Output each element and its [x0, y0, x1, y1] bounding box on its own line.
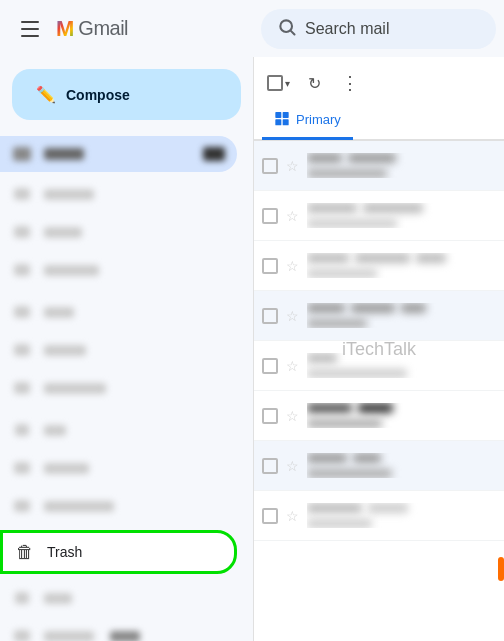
main-content: ✏️ Compose	[0, 57, 504, 641]
inbox-icon	[12, 144, 32, 164]
icon-8	[12, 420, 32, 440]
email-row[interactable]: ☆	[254, 141, 504, 191]
email-body	[307, 453, 496, 478]
svg-rect-4	[275, 119, 281, 125]
svg-rect-2	[275, 112, 281, 118]
right-panel: ▾ ↻ ⋮ Primary ☆	[253, 57, 504, 641]
checkbox-icon	[267, 75, 283, 91]
email-row[interactable]: ☆	[254, 341, 504, 391]
sidebar-item-12[interactable]	[0, 580, 237, 616]
sidebar-item-2[interactable]	[0, 176, 237, 212]
refresh-button[interactable]: ↻	[298, 67, 330, 99]
icon-13	[12, 626, 32, 641]
compose-label: Compose	[66, 87, 130, 103]
star-icon[interactable]: ☆	[286, 458, 299, 474]
sidebar-item-5[interactable]	[0, 294, 237, 330]
star-icon[interactable]: ☆	[286, 258, 299, 274]
icon-2	[12, 184, 32, 204]
star-icon[interactable]: ☆	[286, 408, 299, 424]
icon-7	[12, 378, 32, 398]
email-row[interactable]: ☆	[254, 391, 504, 441]
chevron-down-icon: ▾	[285, 78, 290, 89]
search-input[interactable]: Search mail	[305, 20, 480, 38]
icon-9	[12, 458, 32, 478]
star-icon[interactable]: ☆	[286, 358, 299, 374]
email-checkbox[interactable]	[262, 508, 278, 524]
sidebar-item-13[interactable]	[0, 618, 237, 641]
icon-12	[12, 588, 32, 608]
sidebar-item-10[interactable]	[0, 488, 237, 524]
email-row[interactable]: ☆	[254, 291, 504, 341]
email-list: ☆ ☆	[254, 141, 504, 641]
email-checkbox[interactable]	[262, 208, 278, 224]
email-body	[307, 503, 496, 528]
top-bar-left: M Gmail	[8, 11, 261, 47]
tab-primary[interactable]: Primary	[262, 102, 353, 140]
sidebar-item-inbox[interactable]	[0, 136, 237, 172]
svg-line-1	[291, 30, 295, 34]
gmail-logo: M Gmail	[56, 16, 128, 42]
sidebar-nav: 🗑 Trash	[0, 136, 253, 641]
more-options-button[interactable]: ⋮	[334, 67, 366, 99]
star-icon[interactable]: ☆	[286, 508, 299, 524]
sidebar: ✏️ Compose	[0, 57, 253, 641]
scroll-indicator	[498, 557, 504, 581]
sidebar-item-4[interactable]	[0, 252, 237, 288]
tabs-bar: Primary	[254, 101, 504, 141]
select-all-button[interactable]: ▾	[262, 67, 294, 99]
star-icon[interactable]: ☆	[286, 308, 299, 324]
email-body	[307, 353, 496, 378]
tab-primary-label: Primary	[296, 112, 341, 127]
star-icon[interactable]: ☆	[286, 208, 299, 224]
star-icon[interactable]: ☆	[286, 158, 299, 174]
primary-tab-icon	[274, 110, 290, 129]
email-body	[307, 253, 496, 278]
email-checkbox[interactable]	[262, 308, 278, 324]
sidebar-item-6[interactable]	[0, 332, 237, 368]
email-checkbox[interactable]	[262, 458, 278, 474]
email-row[interactable]: ☆	[254, 241, 504, 291]
email-row[interactable]: ☆	[254, 191, 504, 241]
email-checkbox[interactable]	[262, 358, 278, 374]
icon-4	[12, 260, 32, 280]
svg-rect-5	[283, 119, 289, 125]
search-icon	[277, 17, 297, 41]
compose-icon: ✏️	[36, 85, 56, 104]
trash-label: Trash	[47, 544, 82, 560]
sidebar-item-3[interactable]	[0, 214, 237, 250]
sidebar-item-8[interactable]	[0, 412, 237, 448]
email-checkbox[interactable]	[262, 408, 278, 424]
sidebar-item-7[interactable]	[0, 370, 237, 406]
email-body	[307, 153, 496, 178]
email-checkbox[interactable]	[262, 158, 278, 174]
email-row[interactable]: ☆	[254, 441, 504, 491]
email-row[interactable]: ☆	[254, 491, 504, 541]
menu-button[interactable]	[12, 11, 48, 47]
trash-icon: 🗑	[15, 542, 35, 562]
icon-6	[12, 340, 32, 360]
icon-5	[12, 302, 32, 322]
icon-3	[12, 222, 32, 242]
sidebar-item-9[interactable]	[0, 450, 237, 486]
sidebar-item-trash[interactable]: 🗑 Trash	[0, 530, 237, 574]
top-bar: M Gmail Search mail	[0, 0, 504, 57]
email-body	[307, 403, 496, 428]
icon-10	[12, 496, 32, 516]
email-checkbox[interactable]	[262, 258, 278, 274]
gmail-text: Gmail	[78, 17, 128, 40]
search-bar[interactable]: Search mail	[261, 9, 496, 49]
email-body	[307, 203, 496, 228]
compose-button[interactable]: ✏️ Compose	[12, 69, 241, 120]
gmail-m-icon: M	[56, 16, 74, 42]
svg-rect-3	[283, 112, 289, 118]
toolbar: ▾ ↻ ⋮	[254, 57, 504, 101]
email-body	[307, 303, 496, 328]
